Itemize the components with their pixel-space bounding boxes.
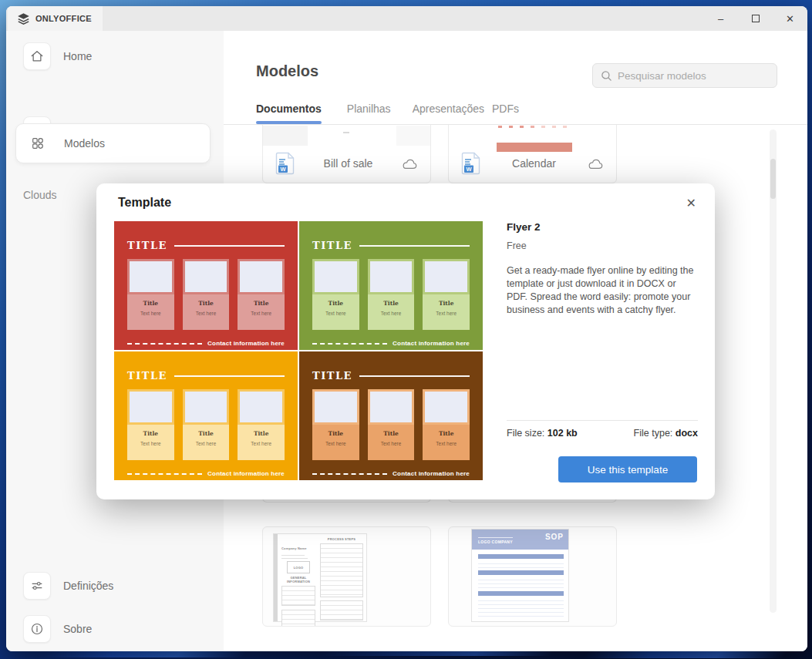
grid-icon [24, 129, 52, 157]
file-size: File size: 102 kb [507, 428, 578, 439]
content-header: Modelos Documentos Planilhas Apresentaçõ… [224, 31, 807, 125]
flyer-preview: TITLE Title Text here Title Text here [114, 221, 483, 480]
svg-text:W: W [466, 166, 472, 173]
file-info-row: File size: 102 kb File type: docx [507, 428, 698, 439]
tab-presentations[interactable]: Apresentações [413, 103, 484, 124]
flyer-mini-card: Title Text here [183, 389, 230, 460]
active-tab-underline [256, 121, 322, 124]
flyer-mini-card: Title Text here [238, 259, 285, 330]
sidebar-item-label: Definições [63, 580, 113, 592]
template-modal: Template ✕ TITLE Title Text here Title T… [96, 183, 715, 499]
template-thumbnail: Company Name LOGO GENERAL INFORMATION PR… [273, 533, 367, 622]
template-name: Bill of sale [295, 157, 401, 170]
minimize-icon: – [718, 13, 723, 25]
cloud-icon[interactable] [401, 158, 418, 170]
template-thumbnail: LOGO COMPANY SOP [471, 529, 569, 622]
flyer-quadrant-red: TITLE Title Text here Title Text here [114, 221, 298, 350]
app-window: ONLYOFFICE – ✕ Home Abrir ficheiro local [6, 6, 807, 651]
template-name: Calendar [481, 157, 587, 170]
flyer-mini-card: Title Text here [368, 389, 415, 460]
template-card-sop-gray[interactable]: Company Name LOGO GENERAL INFORMATION PR… [262, 526, 431, 627]
app-tab-onlyoffice[interactable]: ONLYOFFICE [8, 6, 103, 31]
image-placeholder [312, 259, 359, 294]
tab-pdfs[interactable]: PDFs [492, 103, 519, 124]
flyer-mini-card: Title Text here [423, 389, 470, 460]
image-placeholder [423, 389, 470, 425]
image-placeholder [238, 259, 285, 294]
window-controls: – ✕ [703, 6, 807, 31]
image-placeholder [238, 389, 285, 425]
close-icon: ✕ [686, 197, 696, 210]
scrollbar-thumb[interactable] [770, 159, 776, 199]
info-icon [23, 615, 51, 643]
maximize-button[interactable] [738, 6, 773, 31]
image-placeholder [368, 259, 415, 294]
modal-close-button[interactable]: ✕ [683, 194, 699, 212]
docx-file-icon: W [275, 152, 295, 175]
search-box [592, 63, 777, 88]
home-icon [23, 42, 51, 70]
sidebar-item-label: Sobre [63, 623, 92, 635]
template-description: Get a ready-made flyer online by editing… [507, 264, 698, 317]
template-title: Flyer 2 [507, 221, 699, 233]
use-template-button[interactable]: Use this template [558, 456, 697, 482]
svg-text:W: W [280, 166, 286, 173]
app-name: ONLYOFFICE [35, 14, 92, 23]
flyer-mini-card: Title Text here [423, 259, 470, 330]
flyer-mini-card: Title Text here [183, 259, 230, 330]
image-placeholder [183, 389, 230, 425]
flyer-mini-card: Title Text here [238, 389, 285, 460]
page-title: Modelos [256, 62, 318, 80]
maximize-icon [752, 15, 760, 22]
template-details: Flyer 2 Free Get a ready-made flyer onli… [507, 221, 699, 483]
divider [507, 420, 698, 421]
search-input[interactable] [618, 70, 769, 82]
flyer-mini-card: Title Text here [312, 259, 359, 330]
modal-title: Template [118, 196, 171, 210]
tab-documents[interactable]: Documentos [256, 103, 322, 124]
tab-bar: Documentos Planilhas Apresentações PDFs [256, 98, 519, 124]
onlyoffice-logo-icon [17, 12, 30, 25]
flyer-mini-card: Title Text here [127, 259, 174, 330]
image-placeholder [312, 389, 359, 425]
flyer-mini-card: Title Text here [368, 259, 415, 330]
flyer-quadrant-yellow: TITLE Title Text here Title Text here [114, 351, 298, 480]
cloud-icon[interactable] [587, 158, 604, 170]
flyer-quadrant-green: TITLE Title Text here Title Text here [299, 221, 483, 350]
titlebar: ONLYOFFICE – ✕ [6, 6, 807, 31]
sidebar-item-about[interactable]: Sobre [23, 615, 92, 643]
image-placeholder [368, 389, 415, 425]
sidebar-item-settings[interactable]: Definições [23, 572, 113, 600]
sidebar-item-label: Home [63, 50, 92, 62]
close-icon: ✕ [786, 13, 794, 25]
image-placeholder [423, 259, 470, 294]
docx-file-icon: W [461, 152, 481, 175]
sidebar-item-home[interactable]: Home [23, 42, 92, 70]
image-placeholder [183, 259, 230, 294]
sliders-icon [23, 572, 51, 600]
close-button[interactable]: ✕ [773, 6, 807, 31]
sidebar-section-clouds: Clouds [23, 189, 57, 201]
minimize-button[interactable]: – [703, 6, 738, 31]
scrollbar-track[interactable] [770, 129, 777, 613]
template-card-sop-blue[interactable]: LOGO COMPANY SOP [448, 526, 617, 627]
file-type: File type: docx [634, 428, 698, 439]
image-placeholder [127, 259, 174, 294]
template-license: Free [507, 240, 699, 251]
flyer-quadrant-brown: TITLE Title Text here Title Text here [299, 351, 483, 480]
image-placeholder [127, 389, 174, 425]
search-icon [601, 70, 612, 82]
sidebar-item-label: Modelos [64, 137, 105, 150]
sidebar-item-templates[interactable]: Modelos [15, 123, 211, 163]
flyer-mini-card: Title Text here [127, 389, 174, 460]
tab-spreadsheets[interactable]: Planilhas [347, 103, 391, 124]
flyer-mini-card: Title Text here [312, 389, 359, 460]
